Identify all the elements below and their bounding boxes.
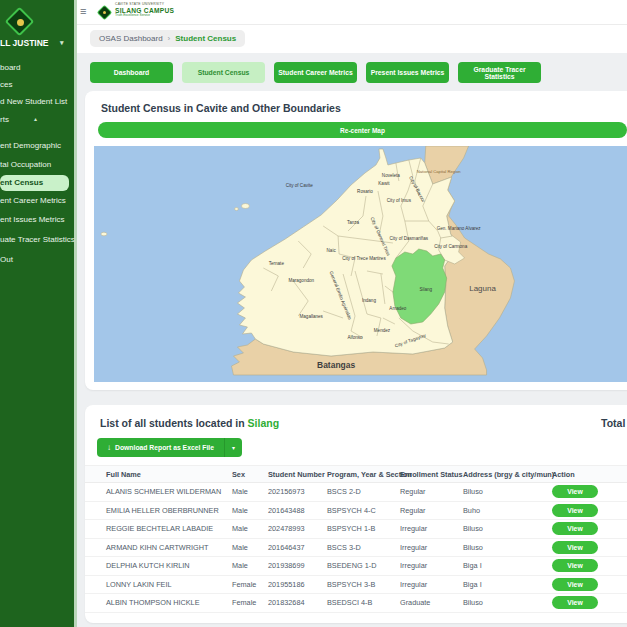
map-label: Magallanes xyxy=(300,314,324,319)
cell-sex: Male xyxy=(232,561,268,570)
cell-address: Biluso xyxy=(463,598,552,607)
cell-number: 202478993 xyxy=(268,524,327,533)
cell-number: 201955186 xyxy=(268,580,327,589)
breadcrumb-current: Student Census xyxy=(175,34,236,43)
map-label: Naic xyxy=(327,248,337,253)
table-row: EMILIA HELLER OBERBRUNNERMale201643488BS… xyxy=(85,502,627,521)
cell-address: Biga I xyxy=(463,580,552,589)
sidebar-item-label: board xyxy=(0,63,20,72)
sidebar-item[interactable]: ent Census xyxy=(0,175,69,191)
menu-toggle-icon[interactable]: ≡ xyxy=(80,5,86,17)
sidebar-item[interactable]: uate Tracer Statistics xyxy=(0,232,77,247)
sidebar-user-name: LL JUSTINE xyxy=(0,38,49,48)
view-button[interactable]: View xyxy=(552,578,598,591)
map-label: Laguna xyxy=(469,284,496,293)
sidebar-item[interactable]: d New Student List xyxy=(0,94,77,109)
cell-program: BSPSYCH 1-B xyxy=(327,524,400,533)
tab-student-career-metrics[interactable]: Student Career Metrics xyxy=(274,62,357,83)
sidebar-item[interactable]: ent Demographic xyxy=(0,138,77,153)
cell-program: BSCS 3-D xyxy=(327,543,400,552)
download-report-button[interactable]: ↓ Download Report as Excel File ▾ xyxy=(97,438,242,457)
cell-address: Buho xyxy=(463,506,552,515)
sidebar-item-label: tal Occupation xyxy=(0,160,51,169)
view-button[interactable]: View xyxy=(552,596,598,609)
sidebar-item[interactable]: tal Occupation xyxy=(0,157,77,172)
sidebar-item[interactable]: ent Career Metrics xyxy=(0,193,77,208)
cell-sex: Male xyxy=(232,524,268,533)
table-title-highlight: Silang xyxy=(248,417,280,429)
map-label: City of Carmona xyxy=(434,244,467,249)
column-header: Enrollment Status xyxy=(400,470,463,479)
map-island xyxy=(234,208,238,211)
sidebar-user-menu[interactable]: LL JUSTINE ▾ xyxy=(0,36,77,50)
cell-status: Irregular xyxy=(400,561,463,570)
map-label: Alfonso xyxy=(347,335,363,340)
map-card: Student Census in Cavite and Other Bound… xyxy=(85,91,627,390)
view-button[interactable]: View xyxy=(552,504,598,517)
cell-address: Biluso xyxy=(463,487,552,496)
campus-motto: Truth Excellence Service xyxy=(115,14,174,18)
tab-dashboard[interactable]: Dashboard xyxy=(90,62,173,83)
sidebar-item-label: ent Census xyxy=(0,178,43,187)
cell-status: Irregular xyxy=(400,524,463,533)
cell-program: BSPSYCH 4-C xyxy=(327,506,400,515)
cell-status: Regular xyxy=(400,487,463,496)
breadcrumb-parent-link[interactable]: OSAS Dashboard xyxy=(99,34,163,43)
sidebar-item[interactable]: board xyxy=(0,60,77,75)
cell-number: 201832684 xyxy=(268,598,327,607)
sidebar-item[interactable]: ces xyxy=(0,77,77,92)
sidebar-item-label: ent Issues Metrics xyxy=(0,215,64,224)
view-button[interactable]: View xyxy=(552,559,598,572)
sidebar-item[interactable]: rts▴ xyxy=(0,112,77,127)
cell-action: View xyxy=(552,559,627,572)
tab-graduate-tracer-statistics[interactable]: Graduate Tracer Statistics xyxy=(458,62,541,83)
breadcrumb-bar: OSAS Dashboard › Student Census xyxy=(77,25,627,53)
sidebar-item[interactable]: Out xyxy=(0,252,77,267)
tab-present-issues-metrics[interactable]: Present Issues Metrics xyxy=(366,62,449,83)
map-island xyxy=(241,204,249,209)
campus-logo-icon xyxy=(96,4,113,21)
table-body: ALANIS SCHMELER WILDERMANMale202156973BS… xyxy=(85,483,627,613)
sidebar-item[interactable]: ent Issues Metrics xyxy=(0,212,77,227)
table-title: List of all students located in Silang xyxy=(100,417,627,429)
cell-status: Graduate xyxy=(400,598,463,607)
table-row: REGGIE BECHTELAR LABADIEMale202478993BSP… xyxy=(85,520,627,539)
tab-student-census[interactable]: Student Census xyxy=(182,62,265,83)
cell-action: View xyxy=(552,596,627,609)
cell-action: View xyxy=(552,504,627,517)
column-header: Full Name xyxy=(106,470,232,479)
cell-status: Regular xyxy=(400,506,463,515)
map-label: City of Trece Martires xyxy=(342,256,386,261)
cell-status: Irregular xyxy=(400,543,463,552)
cell-status: Irregular xyxy=(400,580,463,589)
map-label: City of Dasmariñas xyxy=(390,236,429,241)
section-tabs: DashboardStudent CensusStudent Career Me… xyxy=(90,62,627,83)
cell-number: 201646437 xyxy=(268,543,327,552)
table-row: DELPHIA KUTCH KIRLINMale201938699BSEDENG… xyxy=(85,557,627,576)
top-navbar: ≡ CAVITE STATE UNIVERSITY SILANG CAMPUS … xyxy=(77,0,627,25)
cell-address: Biluso xyxy=(463,543,552,552)
cavite-map[interactable]: City of CaviteNoveletaKawitRosarioCity o… xyxy=(94,146,627,382)
view-button[interactable]: View xyxy=(552,485,598,498)
sidebar-item-label: rts xyxy=(0,115,9,124)
column-header: Student Number xyxy=(268,470,327,479)
download-icon: ↓ xyxy=(107,443,111,452)
cell-action: View xyxy=(552,541,627,554)
sidebar-item-label: ent Demographic xyxy=(0,141,61,150)
map-label: Tanza xyxy=(347,220,360,225)
cell-number: 201938699 xyxy=(268,561,327,570)
cell-number: 202156973 xyxy=(268,487,327,496)
cell-program: BSCS 2-D xyxy=(327,487,400,496)
cell-sex: Female xyxy=(232,598,268,607)
view-button[interactable]: View xyxy=(552,522,598,535)
sidebar-item-label: ent Career Metrics xyxy=(0,196,66,205)
university-logo-icon xyxy=(5,7,35,37)
recenter-map-button[interactable]: Re-center Map xyxy=(98,122,627,138)
table-row: LONNY LAKIN FEILFemale201955186BSPSYCH 3… xyxy=(85,576,627,595)
sidebar-item-label: Out xyxy=(0,255,13,264)
download-dropdown-caret[interactable]: ▾ xyxy=(224,438,242,457)
sidebar-item-label: d New Student List xyxy=(0,97,67,106)
map-label: Ternate xyxy=(269,261,285,266)
map-label: Silang xyxy=(419,287,432,292)
view-button[interactable]: View xyxy=(552,541,598,554)
